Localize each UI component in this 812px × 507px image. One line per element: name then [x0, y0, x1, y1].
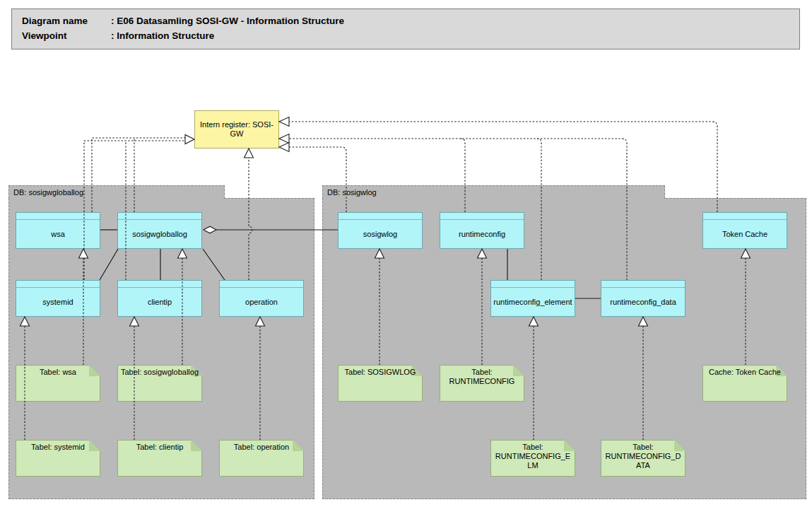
object-label: wsa [18, 220, 98, 248]
object-runtimeconfig-element[interactable]: runtimeconfig_element [490, 280, 575, 317]
object-label: runtimeconfig [442, 220, 522, 248]
object-intern-register-sosi-gw[interactable]: Intern register: SOSI-GW [194, 110, 279, 148]
note-label: Tabel: sosigwgloballog [120, 368, 199, 377]
note-tabel-runtimeconfig-data[interactable]: Tabel: RUNTIMECONFIG_DATA [601, 440, 686, 477]
group-tab-db-sosigwlog[interactable]: DB: sosigwlog [322, 185, 665, 199]
object-label: runtimeconfig_element [493, 288, 573, 316]
note-label: Tabel: RUNTIMECONFIG_ELM [493, 443, 572, 470]
note-tabel-sosigwlog[interactable]: Tabel: SOSIGWLOG [338, 365, 423, 402]
realization-arrowhead-icon [279, 117, 289, 127]
object-header-band [339, 213, 422, 220]
object-header-band [16, 281, 100, 288]
object-header-band [118, 213, 201, 220]
object-label: systemid [18, 288, 98, 316]
object-token-cache[interactable]: Token Cache [702, 212, 787, 249]
title-label: Diagram name [22, 13, 111, 28]
group-tab-db-sosigwgloballog[interactable]: DB: sosigwgloballog [8, 185, 225, 199]
object-header-band [703, 213, 787, 220]
realization-arrowhead-icon [279, 134, 289, 144]
diagram-title-block: Diagram name : E06 Datasamling SOSI-GW -… [11, 8, 800, 49]
note-cache-token-cache[interactable]: Cache: Token Cache [702, 365, 787, 402]
note-tabel-wsa[interactable]: Tabel: wsa [16, 365, 100, 402]
realization-arrowhead-icon [245, 148, 254, 158]
object-runtimeconfig[interactable]: runtimeconfig [440, 212, 524, 249]
object-label: sosigwlog [340, 220, 420, 248]
viewpoint-value: : Information Structure [111, 28, 214, 43]
note-label: Tabel: operation [222, 443, 301, 452]
viewpoint-label: Viewpoint [22, 28, 111, 43]
object-header-band [220, 281, 303, 288]
note-label: Tabel: RUNTIMECONFIG [442, 368, 522, 386]
object-clientip[interactable]: clientip [117, 280, 202, 317]
object-sosigwlog[interactable]: sosigwlog [338, 212, 423, 249]
title-row-viewpoint: Viewpoint : Information Structure [22, 28, 799, 43]
object-operation[interactable]: operation [219, 280, 304, 317]
note-tabel-runtimeconfig[interactable]: Tabel: RUNTIMECONFIG [440, 365, 524, 402]
object-header-band [118, 281, 201, 288]
object-label: clientip [119, 288, 200, 316]
note-tabel-runtimeconfig-elm[interactable]: Tabel: RUNTIMECONFIG_ELM [490, 440, 575, 477]
diagram-canvas: Diagram name : E06 Datasamling SOSI-GW -… [0, 0, 812, 507]
note-label: Tabel: wsa [18, 368, 98, 377]
title-row-diagram-name: Diagram name : E06 Datasamling SOSI-GW -… [22, 13, 799, 28]
note-tabel-sosigwgloballog[interactable]: Tabel: sosigwgloballog [117, 365, 202, 402]
object-wsa[interactable]: wsa [16, 212, 100, 249]
note-label: Tabel: clientip [120, 443, 199, 452]
object-runtimeconfig-data[interactable]: runtimeconfig_data [601, 280, 686, 317]
note-label: Cache: Token Cache [705, 368, 784, 377]
note-label: Tabel: RUNTIMECONFIG_DATA [604, 443, 683, 470]
object-label: operation [221, 288, 302, 316]
register-label: Intern register: SOSI-GW [197, 120, 276, 139]
object-label: sosigwgloballog [119, 220, 200, 248]
object-header-band [491, 281, 575, 288]
object-sosigwgloballog[interactable]: sosigwgloballog [117, 212, 202, 249]
realization-arrowhead-icon [279, 143, 289, 152]
object-header-band [16, 213, 100, 220]
note-tabel-systemid[interactable]: Tabel: systemid [16, 440, 100, 477]
note-label: Tabel: SOSIGWLOG [341, 368, 420, 377]
object-header-band [440, 213, 524, 220]
object-header-band [601, 281, 685, 288]
object-label: runtimeconfig_data [603, 288, 683, 316]
realization-arrowhead-icon [185, 135, 194, 144]
title-value: : E06 Datasamling SOSI-GW - Information … [111, 13, 344, 28]
object-label: Token Cache [705, 220, 785, 248]
note-tabel-operation[interactable]: Tabel: operation [219, 440, 304, 477]
note-tabel-clientip[interactable]: Tabel: clientip [117, 440, 202, 477]
note-label: Tabel: systemid [18, 443, 98, 452]
object-systemid[interactable]: systemid [16, 280, 100, 317]
